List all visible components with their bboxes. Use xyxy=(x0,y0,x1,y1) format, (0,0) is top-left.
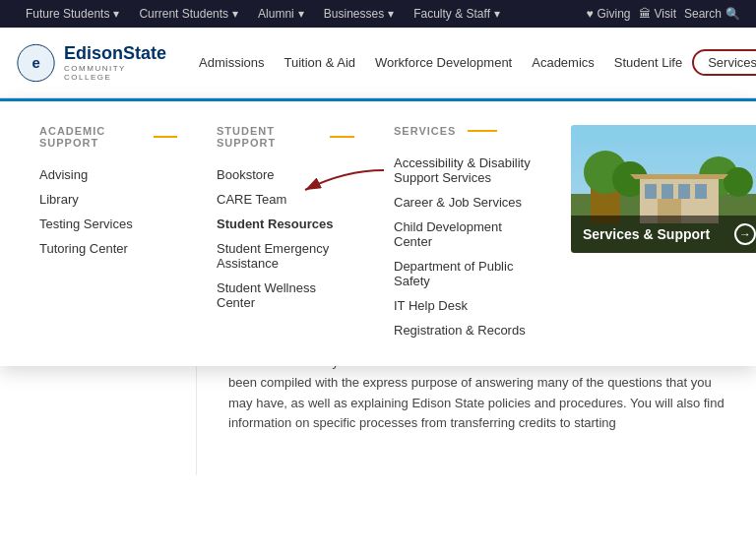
mega-link-public-safety[interactable]: Department of Public Safety xyxy=(394,254,532,293)
arrow-right-icon: → xyxy=(734,223,756,245)
svg-rect-10 xyxy=(645,184,657,199)
top-nav-left: Future Students ▾ Current Students ▾ Alu… xyxy=(16,0,510,28)
logo-text-wrap: EdisonState COMMUNITY COLLEGE xyxy=(64,43,169,82)
logo-name: EdisonState xyxy=(64,43,169,64)
chevron-down-icon: ▾ xyxy=(494,7,500,21)
mega-link-wellness[interactable]: Student Wellness Center xyxy=(217,276,354,315)
nav-admissions-label: Admissions xyxy=(199,55,264,70)
search-icon[interactable]: 🔍 xyxy=(725,7,740,21)
top-nav-future-students-label: Future Students xyxy=(26,7,109,21)
chevron-down-icon: ▾ xyxy=(298,7,304,21)
svg-rect-11 xyxy=(662,184,673,199)
mega-link-child-dev[interactable]: Child Development Center xyxy=(394,215,532,254)
visit-link[interactable]: 🏛 Visit xyxy=(639,7,676,21)
top-nav-alumni-label: Alumni xyxy=(258,7,294,21)
top-nav-future-students[interactable]: Future Students ▾ xyxy=(16,0,129,28)
svg-point-8 xyxy=(724,167,753,197)
nav-services-support[interactable]: Services & Support xyxy=(692,49,756,76)
nav-tuition-aid[interactable]: Tuition & Aid xyxy=(275,28,366,98)
main-nav-links: Admissions Tuition & Aid Workforce Devel… xyxy=(189,28,756,98)
top-nav-right: ♥ Giving 🏛 Visit Search 🔍 xyxy=(586,7,740,21)
mega-link-student-resources[interactable]: Student Resources xyxy=(217,212,354,236)
top-nav-alumni[interactable]: Alumni ▾ xyxy=(248,0,314,28)
search-wrap[interactable]: Search 🔍 xyxy=(684,7,740,21)
search-label: Search xyxy=(684,7,722,21)
building-icon: 🏛 xyxy=(639,7,651,21)
mega-image-label-text: Services & Support xyxy=(583,226,710,242)
top-nav-current-students-label: Current Students xyxy=(139,7,228,21)
top-nav-businesses-label: Businesses xyxy=(324,7,384,21)
top-nav-current-students[interactable]: Current Students ▾ xyxy=(129,0,248,28)
giving-link[interactable]: ♥ Giving xyxy=(586,7,630,21)
mega-col-services-title: SERVICES xyxy=(394,125,532,137)
chevron-down-icon: ▾ xyxy=(388,7,394,21)
svg-rect-13 xyxy=(695,184,707,199)
nav-academics-label: Academics xyxy=(532,55,595,70)
mega-link-registration[interactable]: Registration & Records xyxy=(394,318,532,342)
title-line-decoration2 xyxy=(330,136,354,138)
nav-workforce[interactable]: Workforce Development xyxy=(365,28,522,98)
visit-label: Visit xyxy=(655,7,676,21)
svg-text:e: e xyxy=(32,53,39,70)
top-nav-faculty-staff[interactable]: Faculty & Staff ▾ xyxy=(404,0,510,28)
logo-icon: e xyxy=(16,41,56,85)
mega-link-adss[interactable]: Accessibility & Disability Support Servi… xyxy=(394,151,532,190)
nav-services-label: Services & Support xyxy=(708,55,756,70)
mega-col-academic-title: ACADEMIC SUPPORT xyxy=(39,125,177,149)
mega-link-it-help[interactable]: IT Help Desk xyxy=(394,293,532,318)
mega-link-library[interactable]: Library xyxy=(39,187,177,212)
nav-tuition-label: Tuition & Aid xyxy=(284,55,356,70)
svg-marker-15 xyxy=(630,174,728,179)
mega-image-label[interactable]: Services & Support → xyxy=(571,216,756,253)
mega-image-box[interactable]: Services & Support → xyxy=(571,125,756,253)
mega-menu: ACADEMIC SUPPORT Advising Library Testin… xyxy=(0,98,756,366)
mega-link-care-team[interactable]: CARE Team xyxy=(217,187,354,212)
main-navigation: e EdisonState COMMUNITY COLLEGE Admissio… xyxy=(0,28,756,98)
chevron-down-icon: ▾ xyxy=(113,7,119,21)
mega-link-career-job[interactable]: Career & Job Services xyxy=(394,190,532,215)
mega-col-academic: ACADEMIC SUPPORT Advising Library Testin… xyxy=(39,125,177,342)
top-navigation: Future Students ▾ Current Students ▾ Alu… xyxy=(0,0,756,28)
nav-student-life[interactable]: Student Life xyxy=(604,28,692,98)
giving-label: Giving xyxy=(598,7,631,21)
mega-link-testing[interactable]: Testing Services xyxy=(39,212,177,236)
svg-rect-12 xyxy=(678,184,690,199)
mega-link-emergency[interactable]: Student Emergency Assistance xyxy=(217,236,354,276)
top-nav-businesses[interactable]: Businesses ▾ xyxy=(314,0,404,28)
title-line-decoration3 xyxy=(468,130,497,132)
title-line-decoration xyxy=(154,136,177,138)
logo[interactable]: e EdisonState COMMUNITY COLLEGE xyxy=(16,41,169,85)
top-nav-faculty-staff-label: Faculty & Staff xyxy=(413,7,490,21)
mega-link-tutoring[interactable]: Tutoring Center xyxy=(39,236,177,261)
nav-student-life-label: Student Life xyxy=(614,55,682,70)
mega-col-student: STUDENT SUPPORT Bookstore CARE Team Stud… xyxy=(217,125,354,342)
mega-link-bookstore[interactable]: Bookstore xyxy=(217,162,354,187)
mega-link-advising[interactable]: Advising xyxy=(39,162,177,187)
chevron-down-icon: ▾ xyxy=(232,7,238,21)
nav-admissions[interactable]: Admissions xyxy=(189,28,274,98)
nav-workforce-label: Workforce Development xyxy=(375,55,512,70)
mega-col-student-title: STUDENT SUPPORT xyxy=(217,125,354,149)
mega-col-services: SERVICES Accessibility & Disability Supp… xyxy=(394,125,532,342)
mega-image-column: Services & Support → xyxy=(571,125,756,342)
nav-academics[interactable]: Academics xyxy=(522,28,604,98)
logo-subtitle: COMMUNITY COLLEGE xyxy=(64,64,169,82)
heart-icon: ♥ xyxy=(586,7,593,21)
